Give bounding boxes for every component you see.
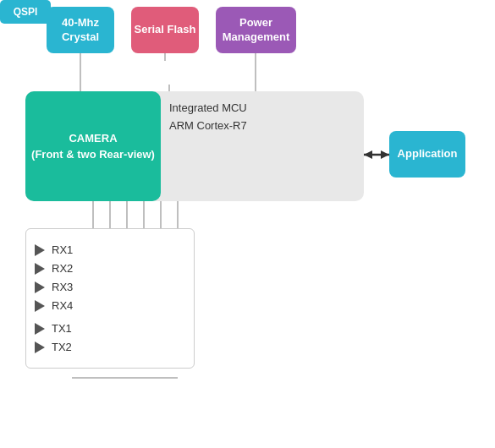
qspi-label: QSPI	[14, 6, 38, 18]
tx1-arrow-icon	[35, 323, 45, 335]
rx1-label: RX1	[52, 243, 77, 256]
rx2-label: RX2	[52, 262, 77, 275]
rx2-arrow-icon	[35, 263, 45, 275]
power-label: Power Management	[223, 16, 289, 45]
tx2-row: TX2	[35, 341, 185, 353]
mcu-line1: Integrated MCU	[169, 101, 247, 114]
svg-marker-7	[364, 150, 372, 159]
power-chip: Power Management	[216, 7, 296, 53]
tx1-label: TX1	[52, 322, 77, 335]
tx2-arrow-icon	[35, 341, 45, 353]
qspi-chip: QSPI	[0, 0, 51, 24]
rx3-label: RX3	[52, 281, 77, 293]
svg-marker-8	[381, 150, 389, 159]
mcu-line2: ARM Cortex-R7	[169, 119, 247, 132]
application-label: Application	[398, 147, 458, 161]
connectors	[0, 0, 495, 448]
crystal-chip: 40-Mhz Crystal	[47, 7, 114, 53]
mcu-area: Integrated MCU ARM Cortex-R7	[169, 101, 247, 132]
tx1-row: TX1	[35, 322, 185, 335]
rx4-row: RX4	[35, 299, 185, 312]
camera-label: CAMERA (Front & two Rear-view)	[31, 130, 155, 163]
rx3-arrow-icon	[35, 281, 45, 293]
rx-tx-container: RX1 RX2 RX3 RX4 TX1 TX2	[25, 228, 195, 369]
rx3-row: RX3	[35, 281, 185, 293]
camera-block: CAMERA (Front & two Rear-view)	[25, 91, 161, 201]
application-chip: Application	[389, 131, 465, 178]
rx4-arrow-icon	[35, 300, 45, 312]
crystal-label: 40-Mhz Crystal	[62, 16, 99, 45]
flash-label: Serial Flash	[135, 23, 196, 37]
rx1-arrow-icon	[35, 244, 45, 256]
rx2-row: RX2	[35, 262, 185, 275]
rx1-row: RX1	[35, 243, 185, 256]
rx4-label: RX4	[52, 299, 77, 312]
tx2-label: TX2	[52, 341, 77, 353]
diagram: 40-Mhz Crystal Serial Flash Power Manage…	[0, 0, 495, 448]
flash-chip: Serial Flash	[131, 7, 199, 53]
